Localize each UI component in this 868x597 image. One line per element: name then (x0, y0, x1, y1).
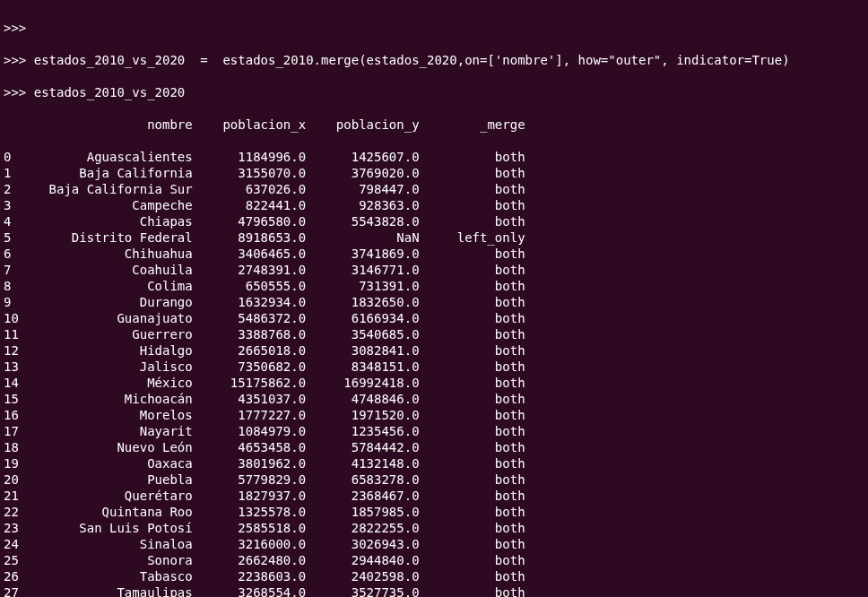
prompt-line-show: >>> estados_2010_vs_2020 (4, 84, 864, 100)
terminal-output[interactable]: >>> >>> estados_2010_vs_2020 = estados_2… (0, 0, 868, 597)
dataframe-header: nombre poblacion_x poblacion_y _merge (4, 117, 864, 133)
table-row: 7 Coahuila 2748391.0 3146771.0 both (4, 262, 864, 278)
prompt-line-merge: >>> estados_2010_vs_2020 = estados_2010.… (4, 52, 864, 68)
table-row: 26 Tabasco 2238603.0 2402598.0 both (4, 568, 864, 584)
table-row: 9 Durango 1632934.0 1832650.0 both (4, 294, 864, 310)
table-row: 8 Colima 650555.0 731391.0 both (4, 278, 864, 294)
dataframe-body: 0 Aguascalientes 1184996.0 1425607.0 bot… (4, 149, 864, 597)
table-row: 24 Sinaloa 3216000.0 3026943.0 both (4, 536, 864, 552)
table-row: 1 Baja California 3155070.0 3769020.0 bo… (4, 165, 864, 181)
table-row: 10 Guanajuato 5486372.0 6166934.0 both (4, 310, 864, 326)
table-row: 14 México 15175862.0 16992418.0 both (4, 375, 864, 391)
table-row: 12 Hidalgo 2665018.0 3082841.0 both (4, 342, 864, 359)
table-row: 25 Sonora 2662480.0 2944840.0 both (4, 552, 864, 568)
table-row: 6 Chihuahua 3406465.0 3741869.0 both (4, 246, 864, 262)
table-row: 20 Puebla 5779829.0 6583278.0 both (4, 472, 864, 488)
table-row: 27 Tamaulipas 3268554.0 3527735.0 both (4, 584, 864, 597)
table-row: 15 Michoacán 4351037.0 4748846.0 both (4, 391, 864, 407)
table-row: 3 Campeche 822441.0 928363.0 both (4, 197, 864, 213)
table-row: 19 Oaxaca 3801962.0 4132148.0 both (4, 455, 864, 472)
table-row: 21 Querétaro 1827937.0 2368467.0 both (4, 488, 864, 504)
table-row: 11 Guerrero 3388768.0 3540685.0 both (4, 326, 864, 342)
table-row: 18 Nuevo León 4653458.0 5784442.0 both (4, 439, 864, 455)
table-row: 16 Morelos 1777227.0 1971520.0 both (4, 407, 864, 423)
table-row: 17 Nayarit 1084979.0 1235456.0 both (4, 423, 864, 439)
table-row: 4 Chiapas 4796580.0 5543828.0 both (4, 213, 864, 229)
table-row: 22 Quintana Roo 1325578.0 1857985.0 both (4, 504, 864, 520)
table-row: 5 Distrito Federal 8918653.0 NaN left_on… (4, 229, 864, 246)
table-row: 2 Baja California Sur 637026.0 798447.0 … (4, 181, 864, 197)
table-row: 23 San Luis Potosí 2585518.0 2822255.0 b… (4, 520, 864, 536)
table-row: 13 Jalisco 7350682.0 8348151.0 both (4, 359, 864, 375)
table-row: 0 Aguascalientes 1184996.0 1425607.0 bot… (4, 149, 864, 165)
prompt-line-empty: >>> (4, 20, 864, 36)
